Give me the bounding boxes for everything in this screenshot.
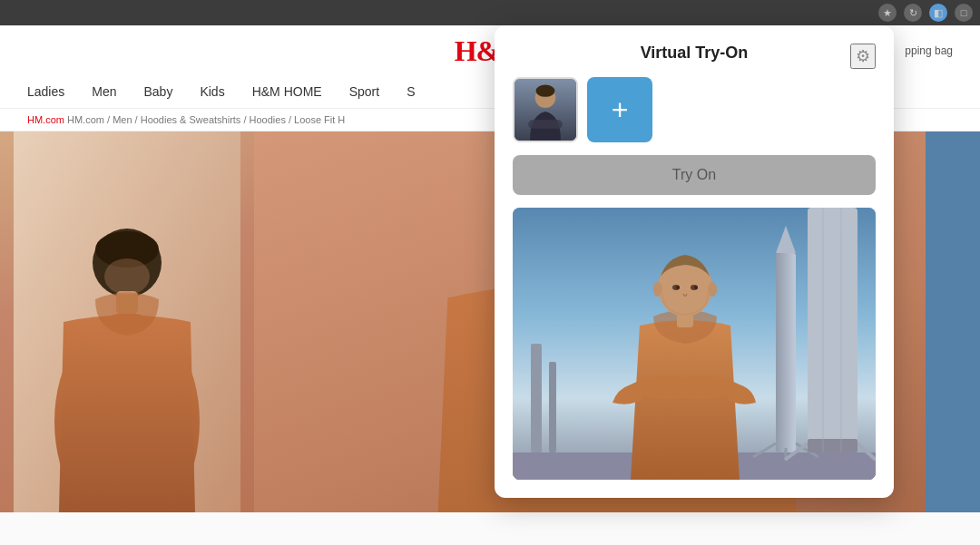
vto-photo-thumbnail[interactable]	[513, 77, 578, 142]
vto-result-image	[513, 208, 876, 480]
nav-sport[interactable]: Sport	[349, 84, 379, 99]
svg-rect-27	[531, 344, 542, 453]
nav-hmhome[interactable]: H&M HOME	[252, 84, 322, 99]
menu-icon[interactable]: □	[955, 4, 973, 22]
star-icon[interactable]: ★	[878, 4, 897, 22]
svg-point-35	[653, 282, 662, 297]
svg-point-36	[708, 282, 717, 297]
product-image-1	[0, 131, 254, 512]
svg-rect-24	[808, 439, 858, 453]
nav-kids[interactable]: Kids	[200, 84, 224, 99]
svg-rect-11	[528, 120, 563, 128]
svg-point-34	[694, 286, 698, 289]
shopping-bag-hint: pping bag	[905, 44, 953, 57]
nav-men[interactable]: Men	[92, 84, 116, 99]
svg-point-5	[104, 258, 150, 295]
vto-photos-row: +	[513, 77, 876, 142]
svg-point-33	[676, 286, 680, 289]
svg-rect-28	[549, 362, 556, 453]
person-thumbnail-bg	[514, 79, 576, 141]
vto-title: Virtual Try-On	[641, 44, 749, 63]
nav-more[interactable]: S	[407, 84, 415, 99]
result-background	[513, 208, 876, 480]
svg-rect-15	[776, 253, 796, 453]
settings-button[interactable]: ⚙	[850, 44, 876, 69]
svg-point-12	[536, 85, 555, 97]
vto-header: Virtual Try-On ⚙	[513, 44, 876, 63]
svg-rect-20	[808, 208, 858, 453]
refresh-icon[interactable]: ↻	[904, 4, 922, 22]
browser-chrome: ★ ↻ ◧ □	[0, 0, 980, 25]
vto-panel: Virtual Try-On ⚙	[495, 25, 894, 498]
add-photo-button[interactable]: +	[587, 77, 652, 142]
extension-icon[interactable]: ◧	[929, 4, 947, 22]
breadcrumb-link[interactable]: HM.com	[27, 114, 64, 125]
nav-baby[interactable]: Baby	[144, 84, 173, 99]
try-on-button[interactable]: Try On	[513, 155, 876, 195]
nav-ladies[interactable]: Ladies	[27, 84, 64, 99]
